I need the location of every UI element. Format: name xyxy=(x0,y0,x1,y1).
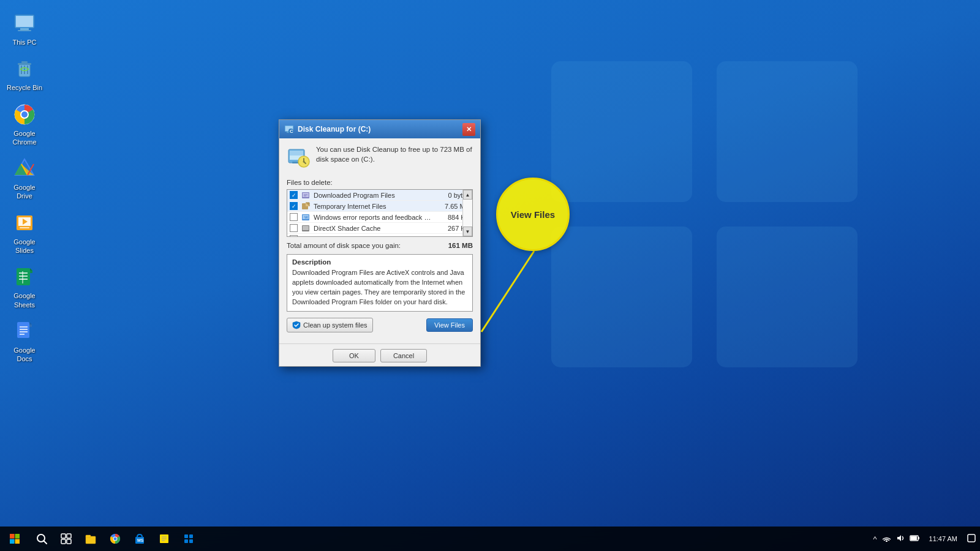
recycle-bin-icon xyxy=(12,56,37,81)
desktop-icon-google-drive[interactable]: Google Drive xyxy=(0,151,49,206)
svg-rect-74 xyxy=(61,539,66,544)
taskbar-file-explorer-button[interactable] xyxy=(78,527,103,551)
google-sheets-label: Google Sheets xyxy=(6,291,43,309)
ok-button[interactable]: OK xyxy=(333,349,375,362)
files-list-inner: Downloaded Program Files 0 bytes Tempora… xyxy=(287,190,472,237)
disk-cleanup-icon xyxy=(287,144,310,168)
view-files-button[interactable]: View Files xyxy=(426,318,473,332)
svg-rect-96 xyxy=(968,534,975,542)
taskbar-search-button[interactable] xyxy=(29,527,54,551)
svg-point-80 xyxy=(114,538,117,541)
description-title: Description xyxy=(292,258,467,266)
taskbar-clock[interactable]: 11:47 AM xyxy=(923,535,963,542)
tray-battery-icon[interactable] xyxy=(908,533,921,545)
taskbar-items: MS xyxy=(29,527,869,551)
tray-volume-icon[interactable] xyxy=(895,533,906,545)
desktop-icon-google-chrome[interactable]: Google Chrome xyxy=(0,97,49,152)
svg-marker-92 xyxy=(897,535,901,541)
table-row[interactable]: Temporary Internet Files 7.65 MB xyxy=(287,201,472,212)
tray-chevron-icon[interactable]: ^ xyxy=(872,533,878,545)
files-list: Downloaded Program Files 0 bytes Tempora… xyxy=(287,189,473,237)
desktop-icon-google-docs[interactable]: Google Docs xyxy=(0,314,49,369)
file-icon-4 xyxy=(301,224,310,233)
taskbar-more-button[interactable] xyxy=(176,527,201,551)
desktop-icon-this-pc[interactable]: This PC xyxy=(0,6,49,51)
files-scrollbar[interactable]: ▲ ▼ xyxy=(462,190,472,236)
svg-rect-28 xyxy=(17,268,30,285)
desktop-icons: This PC Recycle Bin xyxy=(0,6,49,369)
file-name-4: DirectX Shader Cache xyxy=(314,225,432,232)
clean-system-label: Clean up system files xyxy=(303,321,368,329)
file-checkbox-1[interactable] xyxy=(290,191,298,199)
cancel-button[interactable]: Cancel xyxy=(380,349,427,362)
svg-rect-1 xyxy=(717,61,858,202)
file-checkbox-3[interactable] xyxy=(290,213,298,221)
battery-icon xyxy=(910,534,919,542)
file-icon-5 xyxy=(301,235,310,238)
file-icon-3: W xyxy=(301,213,310,222)
table-row[interactable]: DirectX Shader Cache 267 KB xyxy=(287,223,472,234)
svg-rect-29 xyxy=(30,271,32,273)
svg-rect-89 xyxy=(184,539,188,543)
dialog-content: You can use Disk Cleanup to free up to 7… xyxy=(279,138,480,343)
svg-rect-5 xyxy=(16,16,33,27)
callout-circle: View Files xyxy=(496,178,570,251)
dialog-close-button[interactable]: ✕ xyxy=(462,123,475,136)
svg-rect-94 xyxy=(918,537,919,539)
svg-marker-37 xyxy=(29,322,32,324)
svg-rect-90 xyxy=(189,539,193,543)
svg-marker-30 xyxy=(30,268,32,271)
file-name-1: Downloaded Program Files xyxy=(314,192,432,199)
table-row[interactable]: W Windows error reports and feedback di.… xyxy=(287,212,472,223)
description-text: Downloaded Program Files are ActiveX con… xyxy=(292,268,467,307)
callout-text: View Files xyxy=(505,203,561,226)
file-checkbox-5[interactable] xyxy=(290,235,298,237)
file-name-2: Temporary Internet Files xyxy=(314,203,432,210)
svg-rect-9 xyxy=(18,63,31,65)
dialog-bottom-buttons: Clean up system files View Files xyxy=(287,318,473,332)
total-space-value: 161 MB xyxy=(448,242,473,249)
desktop-icon-google-slides[interactable]: Google Slides xyxy=(0,206,49,260)
svg-rect-67 xyxy=(15,534,20,539)
scrollbar-track xyxy=(463,200,472,227)
svg-rect-95 xyxy=(911,536,917,540)
scrollbar-down-button[interactable]: ▼ xyxy=(463,227,472,236)
google-chrome-label: Google Chrome xyxy=(6,129,43,147)
taskbar-chrome-button[interactable] xyxy=(103,527,127,551)
svg-rect-49 xyxy=(290,151,303,156)
tray-network-icon[interactable] xyxy=(881,533,892,545)
windows-logo-icon xyxy=(9,533,20,544)
desktop-icon-recycle-bin[interactable]: Recycle Bin xyxy=(0,51,49,97)
table-row[interactable]: Downloaded Program Files 0 bytes xyxy=(287,190,472,201)
file-checkbox-2[interactable] xyxy=(290,202,298,210)
start-button[interactable] xyxy=(0,527,29,551)
svg-rect-75 xyxy=(67,539,71,544)
svg-rect-68 xyxy=(10,539,15,544)
clock-time: 11:47 AM xyxy=(929,535,957,542)
google-slides-icon xyxy=(12,211,37,235)
clean-system-button[interactable]: Clean up system files xyxy=(287,318,373,332)
store-icon: MS xyxy=(134,533,145,544)
volume-icon xyxy=(896,534,905,542)
taskbar: MS ^ xyxy=(0,527,980,551)
tray-notification-icon[interactable] xyxy=(966,533,977,545)
desktop-icon-google-sheets[interactable]: Google Sheets xyxy=(0,260,49,314)
google-docs-label: Google Docs xyxy=(6,346,43,364)
taskbar-notes-button[interactable] xyxy=(152,527,176,551)
view-files-label: View Files xyxy=(434,321,465,329)
notification-icon xyxy=(967,534,976,542)
taskbar-store-button[interactable]: MS xyxy=(127,527,152,551)
svg-rect-0 xyxy=(551,61,692,202)
scrollbar-up-button[interactable]: ▲ xyxy=(463,190,472,200)
taskbar-task-view-button[interactable] xyxy=(54,527,78,551)
svg-point-91 xyxy=(886,540,888,542)
total-space-row: Total amount of disk space you gain: 161… xyxy=(287,242,473,249)
dialog-footer-buttons: OK Cancel xyxy=(279,343,480,366)
table-row[interactable]: Delivery Optimization Files 15.8 MB xyxy=(287,234,472,237)
chrome-taskbar-icon xyxy=(110,533,121,544)
more-apps-icon xyxy=(183,533,194,544)
this-pc-icon xyxy=(12,11,37,36)
file-checkbox-4[interactable] xyxy=(290,224,298,232)
svg-text:C: C xyxy=(290,129,293,134)
google-drive-label: Google Drive xyxy=(6,183,43,201)
